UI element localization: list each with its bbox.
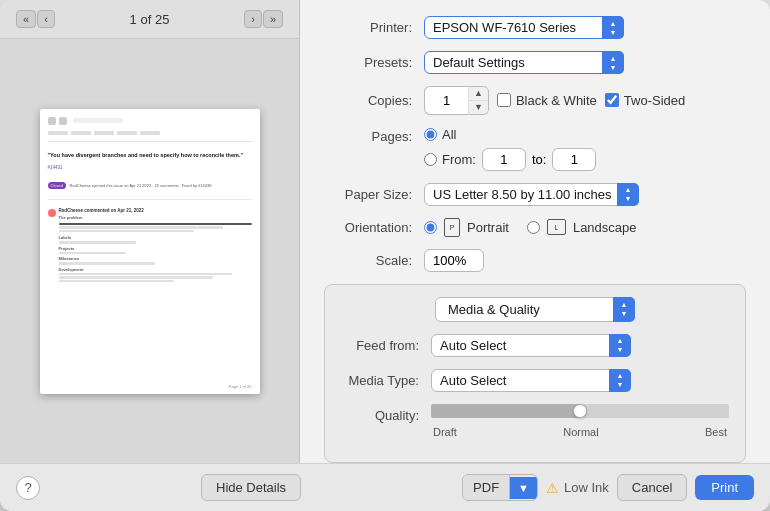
main-content: « ‹ 1 of 25 › » (0, 0, 770, 463)
feed-from-controls: Auto Select Rear Paper Feed Front Casset… (431, 334, 729, 357)
feed-from-label: Feed from: (341, 338, 431, 353)
page-number-bottom: Page 1 of 25 (229, 384, 252, 389)
pages-from-label: From: (442, 152, 476, 167)
printer-label: Printer: (324, 20, 424, 35)
last-page-button[interactable]: » (263, 10, 283, 28)
two-sided-checkbox[interactable] (605, 93, 619, 107)
paper-size-select[interactable]: US Letter 8.50 by 11.00 inches US Legal … (424, 183, 639, 206)
page-preview-content: "You have divergent branches and need to… (40, 109, 260, 394)
pages-from-radio[interactable] (424, 153, 437, 166)
scale-input[interactable] (424, 249, 484, 272)
copies-input[interactable] (424, 86, 468, 115)
two-sided-checkbox-label[interactable]: Two-Sided (605, 93, 685, 108)
copies-stepper: ▲ ▼ (424, 86, 489, 115)
mock-issue-number: #14431 (48, 165, 252, 170)
page-count: 1 of 25 (63, 12, 236, 27)
pages-all-label[interactable]: All (424, 127, 596, 142)
scale-controls (424, 249, 746, 272)
media-type-select[interactable]: Auto Select Plain Paper Photo Paper (431, 369, 631, 392)
nav-group-forward: › » (244, 10, 283, 28)
media-type-controls: Auto Select Plain Paper Photo Paper (431, 369, 729, 392)
cancel-button[interactable]: Cancel (617, 474, 687, 501)
mock-badge: Closed (48, 182, 66, 189)
preview-area: "You have divergent branches and need to… (20, 39, 280, 463)
first-page-button[interactable]: « (16, 10, 36, 28)
printer-select[interactable]: EPSON WF-7610 Series (424, 16, 624, 39)
section-select[interactable]: Media & Quality (435, 297, 635, 322)
presets-controls: Default Settings (424, 51, 746, 74)
black-white-checkbox[interactable] (497, 93, 511, 107)
presets-select[interactable]: Default Settings (424, 51, 624, 74)
pages-from-radio-label[interactable]: From: (424, 152, 476, 167)
two-sided-label: Two-Sided (624, 93, 685, 108)
copies-controls: ▲ ▼ Black & White Two-Sided (424, 86, 746, 115)
orientation-row: Orientation: P Portrait L Landscape (324, 218, 746, 237)
pages-row: Pages: All From: to: (324, 127, 746, 171)
presets-row: Presets: Default Settings (324, 51, 746, 74)
quality-controls: Draft Normal Best (431, 404, 729, 438)
scale-label: Scale: (324, 253, 424, 268)
landscape-radio[interactable] (527, 221, 540, 234)
warning-icon: ⚠ (546, 480, 559, 496)
feed-from-select-wrapper: Auto Select Rear Paper Feed Front Casset… (431, 334, 631, 357)
help-button[interactable]: ? (16, 476, 40, 500)
portrait-radio[interactable] (424, 221, 437, 234)
quality-slider[interactable] (431, 404, 729, 418)
hide-details-button[interactable]: Hide Details (201, 474, 301, 501)
black-white-label: Black & White (516, 93, 597, 108)
printer-select-wrapper: EPSON WF-7610 Series (424, 16, 624, 39)
pdf-main-button[interactable]: PDF (463, 475, 510, 500)
print-dialog: « ‹ 1 of 25 › » (0, 0, 770, 511)
preview-panel: « ‹ 1 of 25 › » (0, 0, 300, 463)
portrait-radio-label[interactable]: P Portrait (424, 218, 509, 237)
portrait-icon: P (444, 218, 460, 237)
black-white-checkbox-label[interactable]: Black & White (497, 93, 597, 108)
pdf-dropdown-button[interactable]: ▼ (510, 477, 537, 499)
media-type-label: Media Type: (341, 373, 431, 388)
page-preview: "You have divergent branches and need to… (40, 109, 260, 394)
feed-from-select[interactable]: Auto Select Rear Paper Feed Front Casset… (431, 334, 631, 357)
paper-size-controls: US Letter 8.50 by 11.00 inches US Legal … (424, 183, 746, 206)
quality-draft-label: Draft (433, 426, 457, 438)
scale-row: Scale: (324, 249, 746, 272)
presets-label: Presets: (324, 55, 424, 70)
pdf-button-group: PDF ▼ (462, 474, 538, 501)
quality-labels: Draft Normal Best (431, 426, 729, 438)
copies-stepper-buttons: ▲ ▼ (468, 86, 489, 115)
printer-row: Printer: EPSON WF-7610 Series (324, 16, 746, 39)
pages-controls: All From: to: (424, 127, 746, 171)
bottom-bar: ? Hide Details PDF ▼ ⚠ Low Ink Cancel Pr… (0, 463, 770, 511)
prev-page-button[interactable]: ‹ (37, 10, 55, 28)
print-button[interactable]: Print (695, 475, 754, 500)
quality-label: Quality: (341, 404, 431, 423)
portrait-label: Portrait (467, 220, 509, 235)
pages-from-input[interactable] (482, 148, 526, 171)
mock-issue-title: "You have divergent branches and need to… (48, 152, 252, 159)
quality-best-label: Best (705, 426, 727, 438)
quality-normal-label: Normal (563, 426, 598, 438)
next-page-button[interactable]: › (244, 10, 262, 28)
pages-label: Pages: (324, 127, 424, 144)
copies-label: Copies: (324, 93, 424, 108)
landscape-radio-label[interactable]: L Landscape (527, 219, 637, 235)
mock-avatar (48, 209, 56, 217)
presets-select-wrapper: Default Settings (424, 51, 624, 74)
paper-size-row: Paper Size: US Letter 8.50 by 11.00 inch… (324, 183, 746, 206)
low-ink-warning: ⚠ Low Ink (546, 480, 609, 496)
mock-comment-section: RedCheese commented on Apr 21, 2022 The … (48, 208, 252, 284)
pages-all-radio[interactable] (424, 128, 437, 141)
feed-from-row: Feed from: Auto Select Rear Paper Feed F… (341, 334, 729, 357)
paper-size-label: Paper Size: (324, 187, 424, 202)
quality-row: Quality: Draft Normal Best (341, 404, 729, 438)
copies-increment-button[interactable]: ▲ (469, 87, 488, 101)
media-quality-section: Media & Quality Feed from: Auto Select R… (324, 284, 746, 463)
from-to-row: From: to: (424, 148, 596, 171)
paper-size-select-wrapper: US Letter 8.50 by 11.00 inches US Legal … (424, 183, 639, 206)
media-type-select-wrapper: Auto Select Plain Paper Photo Paper (431, 369, 631, 392)
mock-nav (48, 131, 252, 135)
low-ink-label: Low Ink (564, 480, 609, 495)
pages-to-input[interactable] (552, 148, 596, 171)
copies-row: Copies: ▲ ▼ Black & White (324, 86, 746, 115)
printer-controls: EPSON WF-7610 Series (424, 16, 746, 39)
copies-decrement-button[interactable]: ▼ (469, 101, 488, 114)
